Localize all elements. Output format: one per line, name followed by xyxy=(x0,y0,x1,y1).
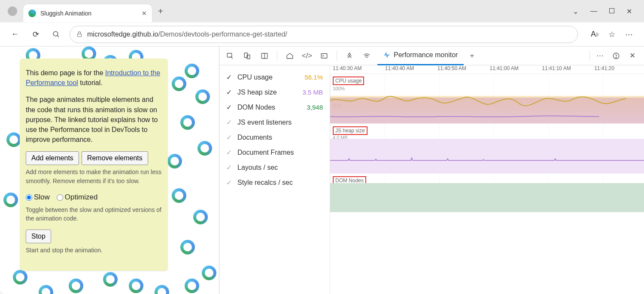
browser-tab[interactable]: Sluggish Animation ✕ xyxy=(23,4,152,22)
timeline-tick: 11:41:00 AM xyxy=(487,65,539,74)
metric-label: DOM Nodes xyxy=(237,104,307,111)
tab-favicon xyxy=(28,9,36,17)
remove-elements-button[interactable]: Remove elements xyxy=(82,151,148,165)
check-icon: ✓ xyxy=(226,118,233,126)
radio-slow[interactable]: Slow xyxy=(26,192,50,203)
metric-row[interactable]: ✓CPU usage56.1% xyxy=(219,70,330,85)
stop-button[interactable]: Stop xyxy=(26,230,51,243)
check-icon: ✓ xyxy=(226,88,233,96)
dock-side-icon[interactable] xyxy=(256,48,273,64)
metric-row[interactable]: ✓Style recalcs / sec xyxy=(219,175,330,190)
console-tab-icon[interactable] xyxy=(316,48,332,64)
svg-rect-8 xyxy=(321,53,327,58)
chevron-down-icon[interactable]: ⌄ xyxy=(573,7,578,15)
js-heap-chart: JS heap size 4.0 MB 2.0 MB xyxy=(330,124,644,174)
metric-row[interactable]: ✓JS event listeners xyxy=(219,115,330,130)
svg-point-11 xyxy=(616,57,616,58)
cpu-chart: CPU usage 100% 50% xyxy=(330,74,644,124)
new-tab-button[interactable]: + xyxy=(158,6,163,16)
search-button[interactable] xyxy=(49,27,64,42)
metric-value: 3,948 xyxy=(307,104,323,111)
timeline-ruler: 11:40:30 AM11:40:40 AM11:40:50 AM11:41:0… xyxy=(330,65,644,74)
browser-titlebar: Sluggish Animation ✕ + ⌄ — ✕ xyxy=(0,0,644,22)
tab-title: Sluggish Animation xyxy=(40,10,137,17)
timeline-tick: 11:40:40 AM xyxy=(383,65,435,74)
charts-pane: 11:40:30 AM11:40:40 AM11:40:50 AM11:41:0… xyxy=(330,65,644,294)
demo-info-panel: This demo page is for the Introduction t… xyxy=(20,58,168,271)
close-devtools-icon[interactable]: ✕ xyxy=(624,48,641,64)
pulse-icon xyxy=(383,52,390,58)
metric-label: Documents xyxy=(237,134,323,141)
metric-label: Layouts / sec xyxy=(237,164,323,172)
dom-nodes-chart: DOM Nodes 4,000 2,000 xyxy=(330,174,644,212)
elements-note: Add more elements to make the animation … xyxy=(26,168,162,185)
add-tab-button[interactable]: + xyxy=(464,48,480,64)
timeline-tick: 11:40:50 AM xyxy=(435,65,487,74)
lock-icon xyxy=(76,31,83,38)
elements-tab-icon[interactable]: </> xyxy=(299,48,315,64)
network-tab-icon[interactable] xyxy=(358,48,375,64)
check-icon: ✓ xyxy=(226,148,233,156)
read-aloud-icon[interactable]: A)) xyxy=(587,27,602,42)
timeline-tick: 11:41:10 AM xyxy=(539,65,592,74)
settings-menu-icon[interactable]: ⋯ xyxy=(622,27,636,42)
metric-label: JS event listeners xyxy=(237,119,323,126)
profile-avatar[interactable] xyxy=(8,6,17,16)
timeline-tick: 11:41:20 xyxy=(592,65,644,74)
devtools-panel: </> Performance monitor + ⋯ xyxy=(219,46,644,294)
workspace: This demo page is for the Introduction t… xyxy=(0,46,644,294)
metric-label: Document Frames xyxy=(237,149,323,156)
add-elements-button[interactable]: Add elements xyxy=(26,151,79,165)
description-paragraph: The page animates multiple elements and … xyxy=(26,95,162,144)
sources-tab-icon[interactable] xyxy=(341,48,358,64)
metric-row[interactable]: ✓Documents xyxy=(219,130,330,145)
check-icon: ✓ xyxy=(226,163,233,172)
timeline-tick: 11:40:30 AM xyxy=(330,65,383,74)
check-icon: ✓ xyxy=(226,103,233,111)
welcome-tab-icon[interactable] xyxy=(282,48,298,64)
check-icon: ✓ xyxy=(226,73,233,81)
devtools-header: </> Performance monitor + ⋯ xyxy=(219,46,644,65)
close-window-icon[interactable]: ✕ xyxy=(626,7,632,15)
maximize-icon[interactable] xyxy=(609,7,614,15)
check-icon: ✓ xyxy=(226,178,233,187)
tab-close-icon[interactable]: ✕ xyxy=(142,10,147,17)
metric-row[interactable]: ✓Document Frames xyxy=(219,145,330,160)
svg-rect-2 xyxy=(77,34,81,37)
metric-value: 3.5 MB xyxy=(302,89,323,96)
url-text: microsoftedge.github.io/Demos/devtools-p… xyxy=(87,31,287,38)
metric-row[interactable]: ✓JS heap size3.5 MB xyxy=(219,85,330,100)
svg-point-9 xyxy=(349,53,351,55)
metrics-list: ✓CPU usage56.1%✓JS heap size3.5 MB✓DOM N… xyxy=(219,65,330,294)
svg-line-1 xyxy=(57,35,59,37)
stop-note: Start and stop the animation. xyxy=(26,246,162,254)
back-button[interactable]: ← xyxy=(8,27,22,42)
address-bar[interactable]: microsoftedge.github.io/Demos/devtools-p… xyxy=(70,26,578,43)
metric-value: 56.1% xyxy=(304,74,323,81)
minimize-icon[interactable]: — xyxy=(590,7,597,15)
intro-paragraph: This demo page is for the Introduction t… xyxy=(26,68,162,88)
page-content: This demo page is for the Introduction t… xyxy=(0,46,219,294)
device-emulation-icon[interactable] xyxy=(239,48,255,64)
metric-row[interactable]: ✓Layouts / sec xyxy=(219,160,330,175)
inspect-icon[interactable] xyxy=(222,48,238,64)
devtools-body: ✓CPU usage56.1%✓JS heap size3.5 MB✓DOM N… xyxy=(219,65,644,294)
metric-label: Style recalcs / sec xyxy=(237,179,323,187)
check-icon: ✓ xyxy=(226,133,233,141)
refresh-button[interactable]: ⟳ xyxy=(28,27,43,42)
metric-label: JS heap size xyxy=(237,89,302,96)
tab-performance-monitor[interactable]: Performance monitor xyxy=(377,46,464,65)
help-icon[interactable] xyxy=(608,48,624,64)
favorite-icon[interactable]: ☆ xyxy=(605,27,619,42)
more-tools-icon[interactable]: ⋯ xyxy=(592,48,608,64)
metric-label: CPU usage xyxy=(237,74,304,81)
radio-optimized[interactable]: Optimized xyxy=(57,192,98,203)
radio-note: Toggle between the slow and optimized ve… xyxy=(26,205,162,223)
svg-point-0 xyxy=(53,31,58,36)
browser-toolbar: ← ⟳ microsoftedge.github.io/Demos/devtoo… xyxy=(0,22,644,46)
svg-rect-3 xyxy=(227,53,232,57)
metric-row[interactable]: ✓DOM Nodes3,948 xyxy=(219,100,330,115)
window-controls: ⌄ — ✕ xyxy=(573,7,644,15)
